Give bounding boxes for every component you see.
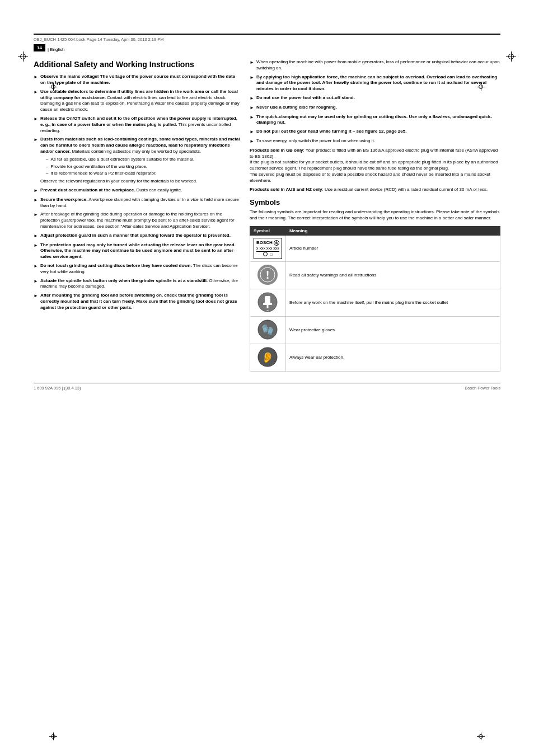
bullet-arrow: ►	[34, 293, 38, 311]
bullet-text: Do not touch grinding and cutting discs …	[40, 263, 241, 275]
right-list-item: ► Never use a cutting disc for roughing.	[250, 105, 500, 111]
header-meta: OBJ_BUCH-1425-004.book Page 14 Tuesday, …	[34, 35, 500, 44]
footer: 1 609 92A 095 | (30.4.13) Bosch Power To…	[34, 383, 500, 391]
safety-read-icon: !	[257, 264, 278, 285]
symbol-cell: !	[250, 261, 286, 289]
table-header-symbol: Symbol	[250, 226, 286, 235]
list-item: ► The protection guard may only be turne…	[34, 242, 241, 260]
svg-text:🧤: 🧤	[261, 323, 274, 336]
svg-rect-4	[265, 296, 270, 304]
bullet-arrow: ►	[34, 243, 38, 260]
bullet-text: Actuate the spindle lock button only whe…	[40, 278, 241, 290]
list-item: ► Do not touch grinding and cutting disc…	[34, 263, 241, 275]
symbol-cell: 🧤	[250, 316, 286, 344]
table-header-meaning: Meaning	[285, 226, 500, 235]
inner-corner-tr	[477, 83, 485, 91]
bullet-text: The quick-clamping nut may be used only …	[256, 114, 500, 126]
symbol-meaning: Before any work on the machine itself, p…	[285, 289, 500, 316]
table-row: 🧤 Wear protective gloves	[250, 316, 500, 344]
right-column: ► When operating the machine with power …	[250, 59, 500, 372]
symbols-heading: Symbols	[250, 198, 500, 206]
bosch-num: x xxx xxx xxx	[256, 246, 279, 251]
bullet-text: Prevent dust accumulation at the workpla…	[40, 187, 182, 194]
bullet-text: Do not use the power tool with a cut-off…	[256, 95, 355, 102]
list-item: ► Dusts from materials such as lead-cont…	[34, 137, 241, 185]
bullet-arrow: ►	[34, 212, 38, 229]
bullet-text: By applying too high application force, …	[256, 74, 500, 92]
symbol-meaning: Article number	[285, 235, 500, 261]
footer-left: 1 609 92A 095 | (30.4.13)	[34, 386, 81, 391]
inner-corner-bl	[49, 732, 57, 740]
list-item: ► After breakage of the grinding disc du…	[34, 212, 241, 229]
symbol-cell: BOSCH 🔌 x xxx xxx xxx □	[250, 235, 286, 261]
symbol-cell: 👂	[250, 344, 286, 371]
inner-corner-tl	[49, 83, 57, 91]
bullet-arrow: ►	[34, 198, 38, 209]
symbols-table: Symbol Meaning BOSCH 🔌 x xxx xxx	[250, 226, 500, 372]
bullet-arrow: ►	[34, 279, 38, 290]
symbol-meaning: Wear protective gloves	[285, 316, 500, 344]
corner-tl	[18, 51, 28, 62]
right-list-item: ► Do not use the power tool with a cut-o…	[250, 95, 500, 102]
right-list-item: ► Do not pull out the gear head while tu…	[250, 129, 500, 135]
footer-right: Bosch Power Tools	[465, 386, 500, 391]
bullet-text: To save energy, only switch the power to…	[256, 138, 375, 145]
right-list-item: ► By applying too high application force…	[250, 74, 500, 92]
page: OBJ_BUCH-1425-004.book Page 14 Tuesday, …	[0, 34, 534, 756]
bullet-arrow: ►	[250, 139, 254, 145]
content-area: Additional Safety and Working Instructio…	[34, 59, 500, 372]
bullet-arrow: ►	[34, 137, 38, 185]
bosch-name: BOSCH 🔌	[256, 240, 279, 246]
section-title: Additional Safety and Working Instructio…	[34, 59, 241, 69]
sub-list-item: As far as possible, use a dust extractio…	[46, 157, 241, 163]
list-item: ► Use suitable detectors to determine if…	[34, 89, 241, 113]
right-list-item: ► When operating the machine with power …	[250, 59, 500, 72]
list-item: ► Observe the mains voltage! The voltage…	[34, 74, 241, 86]
symbol-meaning: Read all safety warnings and all instruc…	[285, 261, 500, 289]
table-row: ! Read all safety warnings and all instr…	[250, 261, 500, 289]
bullet-text: Never use a cutting disc for roughing.	[256, 105, 337, 111]
list-item: ► After mounting the grinding tool and b…	[34, 293, 241, 311]
bullet-arrow: ►	[250, 105, 254, 111]
symbols-intro: The following symbols are important for …	[250, 209, 500, 222]
page-num-line: 14 | English	[34, 44, 500, 55]
bullet-text: After breakage of the grinding disc duri…	[40, 212, 241, 229]
list-item: ► Prevent dust accumulation at the workp…	[34, 187, 241, 194]
bullet-list-left: ► Observe the mains voltage! The voltage…	[34, 74, 241, 311]
page-number: 14	[34, 44, 45, 51]
bullet-arrow: ►	[250, 96, 254, 102]
bullet-arrow: ►	[34, 233, 38, 240]
bullet-text: Use suitable detectors to determine if u…	[40, 89, 241, 113]
right-list-item: ► To save energy, only switch the power …	[250, 138, 500, 145]
gloves-icon: 🧤	[257, 319, 278, 340]
unplug-icon: ➡	[257, 292, 278, 313]
page-language: | English	[48, 47, 65, 52]
bullet-text: Secure the workpiece. A workpiece clampe…	[40, 197, 241, 209]
bosch-box-icon: BOSCH 🔌 x xxx xxx xxx □	[254, 238, 282, 259]
products-aus-section: Products sold in AUS and NZ only: Use a …	[250, 187, 500, 193]
svg-rect-5	[263, 303, 272, 305]
list-item: ► Actuate the spindle lock button only w…	[34, 278, 241, 290]
bullet-arrow: ►	[34, 90, 38, 113]
sub-list: As far as possible, use a dust extractio…	[46, 157, 241, 177]
header-filename: OBJ_BUCH-1425-004.book Page 14 Tuesday, …	[34, 37, 164, 42]
observe-text: Observe the relevant regulations in your…	[40, 179, 197, 184]
svg-text:!: !	[266, 269, 270, 281]
sub-list-item: Provide for good ventilation of the work…	[46, 164, 241, 170]
bullet-text: After mounting the grinding tool and bef…	[40, 293, 241, 311]
symbol-meaning: Always wear ear protection.	[285, 344, 500, 371]
corner-tr	[506, 51, 516, 62]
table-row: ➡ Before any work on the machine itself,…	[250, 289, 500, 316]
inner-corner-br	[477, 732, 485, 740]
list-item: ► Secure the workpiece. A workpiece clam…	[34, 197, 241, 209]
bullet-arrow: ►	[250, 75, 254, 92]
bullet-arrow: ►	[250, 129, 254, 135]
bullet-text: Do not pull out the gear head while turn…	[256, 129, 407, 135]
bullet-arrow: ►	[250, 115, 254, 126]
table-row: 👂 Always wear ear protection.	[250, 344, 500, 371]
right-list-item: ► The quick-clamping nut may be used onl…	[250, 114, 500, 126]
bullet-arrow: ►	[34, 264, 38, 275]
bullet-arrow: ►	[34, 188, 38, 194]
symbol-cell: ➡	[250, 289, 286, 316]
bullet-arrow: ►	[250, 60, 254, 72]
